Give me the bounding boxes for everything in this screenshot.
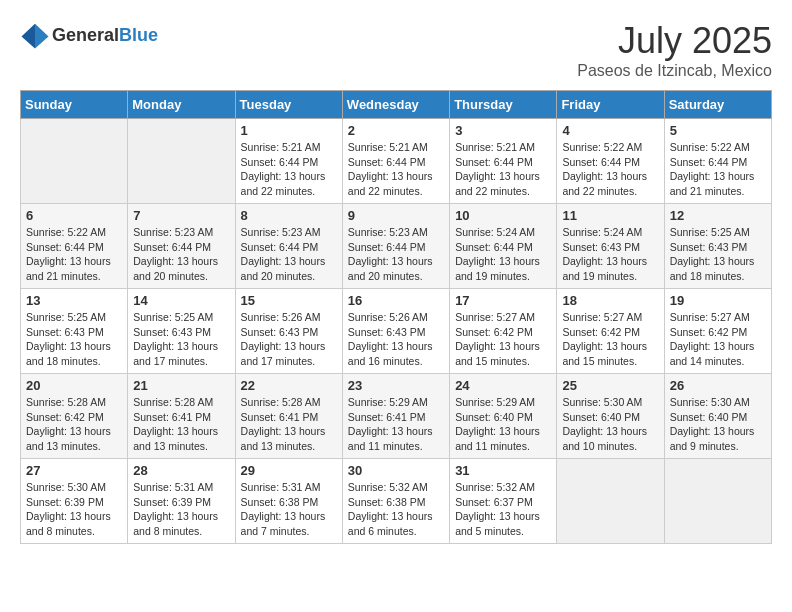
calendar-cell: 15 Sunrise: 5:26 AM Sunset: 6:43 PM Dayl… [235, 289, 342, 374]
calendar-cell: 1 Sunrise: 5:21 AM Sunset: 6:44 PM Dayli… [235, 119, 342, 204]
daylight-text: Daylight: 13 hours and 13 minutes. [133, 425, 218, 452]
calendar-cell: 14 Sunrise: 5:25 AM Sunset: 6:43 PM Dayl… [128, 289, 235, 374]
sunrise-text: Sunrise: 5:27 AM [455, 311, 535, 323]
daylight-text: Daylight: 13 hours and 22 minutes. [348, 170, 433, 197]
day-number: 6 [26, 208, 122, 223]
sunrise-text: Sunrise: 5:31 AM [241, 481, 321, 493]
cell-info: Sunrise: 5:30 AM Sunset: 6:40 PM Dayligh… [562, 395, 658, 454]
sunrise-text: Sunrise: 5:28 AM [26, 396, 106, 408]
sunset-text: Sunset: 6:44 PM [348, 156, 426, 168]
calendar-cell [128, 119, 235, 204]
day-number: 23 [348, 378, 444, 393]
cell-info: Sunrise: 5:21 AM Sunset: 6:44 PM Dayligh… [455, 140, 551, 199]
sunrise-text: Sunrise: 5:32 AM [455, 481, 535, 493]
cell-info: Sunrise: 5:25 AM Sunset: 6:43 PM Dayligh… [133, 310, 229, 369]
cell-info: Sunrise: 5:22 AM Sunset: 6:44 PM Dayligh… [562, 140, 658, 199]
daylight-text: Daylight: 13 hours and 15 minutes. [455, 340, 540, 367]
logo-text: GeneralBlue [52, 25, 158, 46]
sunset-text: Sunset: 6:43 PM [348, 326, 426, 338]
sunset-text: Sunset: 6:43 PM [241, 326, 319, 338]
cell-info: Sunrise: 5:31 AM Sunset: 6:38 PM Dayligh… [241, 480, 337, 539]
day-number: 10 [455, 208, 551, 223]
daylight-text: Daylight: 13 hours and 15 minutes. [562, 340, 647, 367]
cell-info: Sunrise: 5:29 AM Sunset: 6:40 PM Dayligh… [455, 395, 551, 454]
sunset-text: Sunset: 6:40 PM [562, 411, 640, 423]
daylight-text: Daylight: 13 hours and 11 minutes. [455, 425, 540, 452]
sunset-text: Sunset: 6:40 PM [670, 411, 748, 423]
cell-info: Sunrise: 5:32 AM Sunset: 6:38 PM Dayligh… [348, 480, 444, 539]
sunrise-text: Sunrise: 5:21 AM [241, 141, 321, 153]
sunrise-text: Sunrise: 5:29 AM [455, 396, 535, 408]
cell-info: Sunrise: 5:24 AM Sunset: 6:43 PM Dayligh… [562, 225, 658, 284]
sunrise-text: Sunrise: 5:21 AM [455, 141, 535, 153]
cell-info: Sunrise: 5:29 AM Sunset: 6:41 PM Dayligh… [348, 395, 444, 454]
day-number: 16 [348, 293, 444, 308]
cell-info: Sunrise: 5:21 AM Sunset: 6:44 PM Dayligh… [241, 140, 337, 199]
sunset-text: Sunset: 6:44 PM [133, 241, 211, 253]
sunset-text: Sunset: 6:43 PM [670, 241, 748, 253]
day-number: 29 [241, 463, 337, 478]
daylight-text: Daylight: 13 hours and 20 minutes. [241, 255, 326, 282]
cell-info: Sunrise: 5:28 AM Sunset: 6:41 PM Dayligh… [133, 395, 229, 454]
calendar-body: 1 Sunrise: 5:21 AM Sunset: 6:44 PM Dayli… [21, 119, 772, 544]
weekday-header-cell: Tuesday [235, 91, 342, 119]
day-number: 7 [133, 208, 229, 223]
sunrise-text: Sunrise: 5:31 AM [133, 481, 213, 493]
calendar-cell: 30 Sunrise: 5:32 AM Sunset: 6:38 PM Dayl… [342, 459, 449, 544]
day-number: 17 [455, 293, 551, 308]
cell-info: Sunrise: 5:27 AM Sunset: 6:42 PM Dayligh… [670, 310, 766, 369]
weekday-header-row: SundayMondayTuesdayWednesdayThursdayFrid… [21, 91, 772, 119]
daylight-text: Daylight: 13 hours and 17 minutes. [241, 340, 326, 367]
sunrise-text: Sunrise: 5:28 AM [133, 396, 213, 408]
sunset-text: Sunset: 6:42 PM [26, 411, 104, 423]
daylight-text: Daylight: 13 hours and 20 minutes. [133, 255, 218, 282]
cell-info: Sunrise: 5:25 AM Sunset: 6:43 PM Dayligh… [26, 310, 122, 369]
calendar-cell [21, 119, 128, 204]
calendar-cell: 26 Sunrise: 5:30 AM Sunset: 6:40 PM Dayl… [664, 374, 771, 459]
sunset-text: Sunset: 6:43 PM [133, 326, 211, 338]
cell-info: Sunrise: 5:27 AM Sunset: 6:42 PM Dayligh… [455, 310, 551, 369]
sunset-text: Sunset: 6:43 PM [26, 326, 104, 338]
calendar-cell: 22 Sunrise: 5:28 AM Sunset: 6:41 PM Dayl… [235, 374, 342, 459]
sunrise-text: Sunrise: 5:32 AM [348, 481, 428, 493]
calendar-week-row: 13 Sunrise: 5:25 AM Sunset: 6:43 PM Dayl… [21, 289, 772, 374]
sunset-text: Sunset: 6:42 PM [670, 326, 748, 338]
day-number: 14 [133, 293, 229, 308]
calendar-cell: 16 Sunrise: 5:26 AM Sunset: 6:43 PM Dayl… [342, 289, 449, 374]
calendar-cell: 8 Sunrise: 5:23 AM Sunset: 6:44 PM Dayli… [235, 204, 342, 289]
calendar-cell: 3 Sunrise: 5:21 AM Sunset: 6:44 PM Dayli… [450, 119, 557, 204]
calendar-cell: 11 Sunrise: 5:24 AM Sunset: 6:43 PM Dayl… [557, 204, 664, 289]
sunset-text: Sunset: 6:38 PM [348, 496, 426, 508]
calendar-week-row: 1 Sunrise: 5:21 AM Sunset: 6:44 PM Dayli… [21, 119, 772, 204]
daylight-text: Daylight: 13 hours and 10 minutes. [562, 425, 647, 452]
day-number: 8 [241, 208, 337, 223]
sunrise-text: Sunrise: 5:30 AM [26, 481, 106, 493]
sunrise-text: Sunrise: 5:30 AM [670, 396, 750, 408]
calendar-cell: 7 Sunrise: 5:23 AM Sunset: 6:44 PM Dayli… [128, 204, 235, 289]
svg-marker-2 [35, 24, 49, 49]
daylight-text: Daylight: 13 hours and 21 minutes. [26, 255, 111, 282]
cell-info: Sunrise: 5:24 AM Sunset: 6:44 PM Dayligh… [455, 225, 551, 284]
sunrise-text: Sunrise: 5:22 AM [562, 141, 642, 153]
day-number: 1 [241, 123, 337, 138]
logo-general: General [52, 25, 119, 45]
sunset-text: Sunset: 6:41 PM [133, 411, 211, 423]
sunrise-text: Sunrise: 5:28 AM [241, 396, 321, 408]
calendar-cell: 6 Sunrise: 5:22 AM Sunset: 6:44 PM Dayli… [21, 204, 128, 289]
sunset-text: Sunset: 6:44 PM [241, 156, 319, 168]
day-number: 2 [348, 123, 444, 138]
day-number: 19 [670, 293, 766, 308]
calendar-cell: 28 Sunrise: 5:31 AM Sunset: 6:39 PM Dayl… [128, 459, 235, 544]
calendar-cell: 17 Sunrise: 5:27 AM Sunset: 6:42 PM Dayl… [450, 289, 557, 374]
calendar-week-row: 20 Sunrise: 5:28 AM Sunset: 6:42 PM Dayl… [21, 374, 772, 459]
day-number: 31 [455, 463, 551, 478]
cell-info: Sunrise: 5:21 AM Sunset: 6:44 PM Dayligh… [348, 140, 444, 199]
sunset-text: Sunset: 6:37 PM [455, 496, 533, 508]
daylight-text: Daylight: 13 hours and 5 minutes. [455, 510, 540, 537]
cell-info: Sunrise: 5:22 AM Sunset: 6:44 PM Dayligh… [26, 225, 122, 284]
cell-info: Sunrise: 5:25 AM Sunset: 6:43 PM Dayligh… [670, 225, 766, 284]
daylight-text: Daylight: 13 hours and 8 minutes. [26, 510, 111, 537]
sunrise-text: Sunrise: 5:26 AM [348, 311, 428, 323]
daylight-text: Daylight: 13 hours and 9 minutes. [670, 425, 755, 452]
daylight-text: Daylight: 13 hours and 22 minutes. [562, 170, 647, 197]
